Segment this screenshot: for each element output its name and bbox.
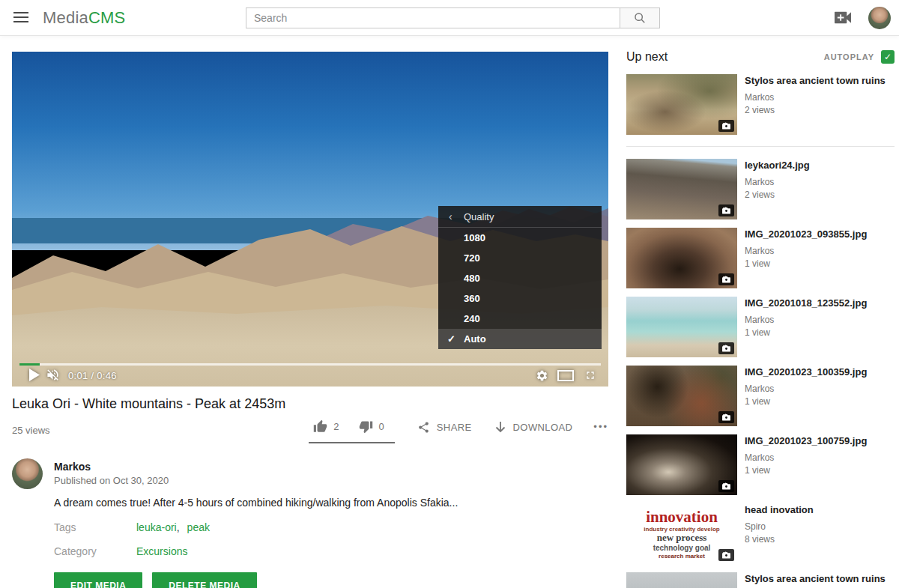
- like-button[interactable]: 2: [313, 419, 339, 434]
- theater-mode-icon[interactable]: [557, 370, 574, 381]
- image-badge: [718, 342, 734, 354]
- search-icon: [633, 11, 647, 25]
- logo-cms-text: CMS: [88, 8, 126, 27]
- item-thumbnail[interactable]: [626, 434, 737, 495]
- search-input[interactable]: [246, 7, 620, 28]
- up-next-item[interactable]: Stylos area ancient town ruins: [626, 572, 895, 588]
- download-icon: [494, 421, 506, 434]
- item-thumbnail[interactable]: [626, 366, 737, 426]
- item-thumbnail[interactable]: [626, 159, 737, 219]
- tag-link-leuka-ori[interactable]: leuka-ori: [136, 521, 177, 533]
- search-bar: [246, 7, 660, 28]
- up-next-item[interactable]: IMG_20201018_123552.jpg Markos 1 view: [626, 297, 895, 357]
- delete-media-button[interactable]: DELETE MEDIA: [152, 572, 256, 588]
- category-link[interactable]: Excursions: [136, 545, 187, 557]
- image-badge: [718, 480, 734, 492]
- author-name[interactable]: Markos: [54, 461, 91, 473]
- upload-media-button[interactable]: [835, 11, 852, 27]
- quality-option-720[interactable]: 720: [438, 248, 602, 268]
- up-next-item[interactable]: Stylos area ancient town ruins Markos 2 …: [626, 74, 895, 147]
- more-icon: •••: [593, 421, 608, 432]
- up-next-title: Up next: [626, 50, 668, 64]
- like-dislike-group: 2 0: [309, 416, 394, 443]
- up-next-item[interactable]: innovationindustry creativity developnew…: [626, 503, 895, 564]
- play-button[interactable]: [28, 369, 40, 381]
- item-info: IMG_20201023_100759.jpg Markos 1 view: [745, 434, 867, 495]
- item-info: leykaori24.jpg Markos 2 views: [745, 159, 810, 219]
- dislike-button[interactable]: 0: [359, 419, 384, 434]
- item-title[interactable]: IMG_20201018_123552.jpg: [745, 297, 867, 309]
- site-logo[interactable]: MediaCMS: [43, 8, 125, 28]
- item-thumbnail[interactable]: innovationindustry creativity developnew…: [626, 503, 737, 564]
- item-info: head inovation Spiro 8 views: [745, 503, 814, 564]
- top-bar: MediaCMS: [0, 0, 899, 36]
- quality-option-480[interactable]: 480: [438, 268, 602, 288]
- user-avatar[interactable]: [868, 7, 891, 29]
- item-thumbnail[interactable]: [626, 297, 737, 357]
- share-button[interactable]: SHARE: [417, 416, 472, 434]
- item-author: Markos: [745, 246, 867, 256]
- up-next-item[interactable]: IMG_20201023_100759.jpg Markos 1 view: [626, 434, 895, 495]
- quality-option-auto[interactable]: ✓ Auto: [438, 329, 602, 349]
- thumb-down-icon: [359, 419, 373, 434]
- item-title[interactable]: IMG_20201023_093855.jpg: [745, 228, 867, 240]
- settings-gear-icon[interactable]: [536, 369, 548, 382]
- item-title[interactable]: Stylos area ancient town ruins: [745, 573, 886, 585]
- image-badge: [718, 204, 734, 216]
- item-info: Stylos area ancient town ruins: [745, 572, 886, 588]
- tag-link-peak[interactable]: peak: [187, 521, 210, 533]
- item-title[interactable]: IMG_20201023_100359.jpg: [745, 366, 867, 378]
- quality-option-1080[interactable]: 1080: [438, 228, 602, 248]
- tags-values: leuka-ori,peak: [136, 521, 210, 533]
- item-author: Spiro: [745, 521, 814, 532]
- item-info: IMG_20201023_100359.jpg Markos 1 view: [745, 366, 867, 426]
- fullscreen-icon[interactable]: [584, 369, 596, 381]
- quality-menu-header[interactable]: ‹ Quality: [438, 206, 602, 228]
- up-next-item[interactable]: leykaori24.jpg Markos 2 views: [626, 159, 895, 219]
- item-author: Markos: [745, 384, 867, 394]
- camera-icon: [722, 345, 730, 352]
- item-thumbnail[interactable]: [626, 74, 737, 135]
- autoplay-label: AUTOPLAY: [824, 52, 874, 61]
- category-label: Category: [54, 545, 97, 557]
- more-options-button[interactable]: •••: [593, 416, 608, 432]
- autoplay-checkbox[interactable]: ✓: [881, 50, 895, 64]
- item-views: 1 view: [745, 396, 867, 407]
- item-author: Markos: [745, 177, 810, 187]
- quality-option-360[interactable]: 360: [438, 288, 602, 309]
- video-player[interactable]: ‹ Quality 1080 720 480 360 240 ✓ Auto 0:…: [12, 52, 608, 387]
- camera-icon: [722, 122, 730, 130]
- autoplay-control: AUTOPLAY ✓: [824, 50, 895, 64]
- item-title[interactable]: head inovation: [745, 504, 814, 516]
- like-count: 2: [333, 421, 339, 432]
- up-next-sidebar: Up next AUTOPLAY ✓: [626, 46, 895, 588]
- item-author: Markos: [745, 92, 886, 103]
- edit-media-button[interactable]: EDIT MEDIA: [54, 572, 142, 588]
- image-badge: [718, 549, 734, 561]
- item-title[interactable]: Stylos area ancient town ruins: [745, 75, 886, 87]
- back-chevron-icon: ‹: [449, 210, 464, 222]
- download-button[interactable]: DOWNLOAD: [494, 416, 573, 434]
- media-admin-buttons: EDIT MEDIA DELETE MEDIA: [54, 572, 267, 588]
- check-icon: ✓: [447, 329, 455, 349]
- up-next-item[interactable]: IMG_20201023_100359.jpg Markos 1 view: [626, 366, 895, 426]
- item-thumbnail[interactable]: [626, 228, 737, 288]
- item-views: 1 view: [745, 327, 867, 338]
- quality-option-240[interactable]: 240: [438, 309, 602, 329]
- search-button[interactable]: [620, 7, 660, 28]
- download-label: DOWNLOAD: [513, 422, 573, 433]
- camera-icon: [722, 551, 730, 559]
- tag-separator: ,: [177, 521, 180, 533]
- author-avatar[interactable]: [12, 458, 43, 489]
- item-title[interactable]: leykaori24.jpg: [745, 160, 810, 172]
- media-actions: 2 0 SHARE DOWNLOAD •••: [12, 416, 608, 443]
- item-title[interactable]: IMG_20201023_100759.jpg: [745, 435, 867, 447]
- menu-icon[interactable]: [13, 12, 28, 24]
- item-views: 1 view: [745, 465, 867, 476]
- volume-muted-icon[interactable]: [45, 368, 61, 382]
- up-next-item[interactable]: IMG_20201023_093855.jpg Markos 1 view: [626, 228, 895, 288]
- item-thumbnail[interactable]: [626, 572, 737, 588]
- camera-icon: [722, 276, 730, 283]
- quality-menu: ‹ Quality 1080 720 480 360 240 ✓ Auto: [438, 206, 602, 349]
- item-info: Stylos area ancient town ruins Markos 2 …: [745, 74, 886, 135]
